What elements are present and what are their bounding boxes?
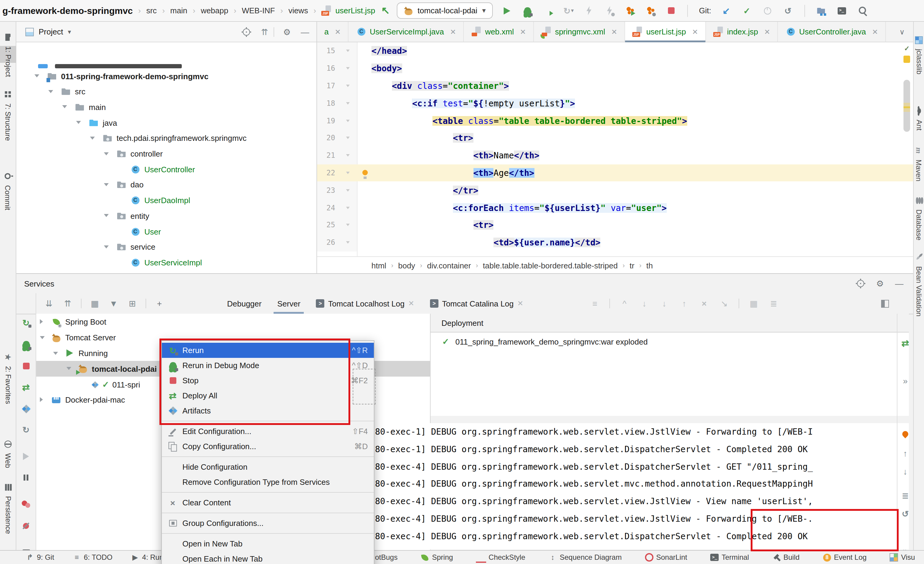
tab-close-icon[interactable]: ✕ <box>520 27 526 36</box>
minus-icon[interactable]: — <box>894 278 904 289</box>
sidebar-item-web[interactable]: Web <box>0 445 16 462</box>
code-line-26[interactable]: 26 <td>${user.name}</td> <box>317 234 913 251</box>
lines-icon[interactable]: ≣ <box>768 298 779 309</box>
project-tree-row[interactable]: java <box>16 115 316 131</box>
breadcrumb-active-file[interactable]: userList.jsp <box>322 5 375 16</box>
tree-chevron-icon[interactable] <box>40 319 43 324</box>
restart-icon[interactable]: ↻ <box>563 5 574 16</box>
debug-icon[interactable] <box>522 5 533 16</box>
tree-chevron-icon[interactable] <box>34 74 39 77</box>
tree-chevron-icon[interactable] <box>40 336 45 339</box>
sidebar-item-jclasslib[interactable]: jclasslib <box>914 49 924 60</box>
refresh-icon[interactable]: ↻ <box>21 424 32 435</box>
services-tab-debugger[interactable]: Debugger <box>227 293 261 314</box>
statusbar-item-build[interactable]: Build <box>772 553 799 562</box>
git-rollback-icon[interactable]: ↺ <box>900 508 911 519</box>
stop-icon[interactable] <box>666 5 677 16</box>
sidebar-item-1-project[interactable]: 1: Project <box>0 46 16 63</box>
tree-chevron-icon[interactable] <box>90 137 95 140</box>
code-line-15[interactable]: 15</head> <box>317 42 913 60</box>
code-line-23[interactable]: 23 </tr> <box>317 182 913 199</box>
bulb-icon[interactable] <box>359 169 370 180</box>
filter-icon[interactable]: ▼ <box>108 298 119 309</box>
tree-chevron-icon[interactable] <box>48 90 53 93</box>
more-icon[interactable]: » <box>900 375 911 386</box>
services-tree-row-spring-boot[interactable]: Spring Boot <box>36 314 430 330</box>
inspection-marker[interactable] <box>903 56 910 63</box>
gear-icon[interactable]: ⚙ <box>874 278 885 289</box>
grid-icon[interactable]: ▦ <box>748 298 759 309</box>
sidebar-item-database[interactable]: Database <box>914 212 924 223</box>
down-icon[interactable]: ↓ <box>639 298 650 309</box>
minus-icon[interactable]: — <box>300 26 310 37</box>
project-tree-row[interactable]: src <box>16 84 316 99</box>
project-view-chevron-icon[interactable]: ▼ <box>67 29 72 35</box>
code-line-19[interactable]: 19 <table class="table table-bordered ta… <box>317 112 913 129</box>
build-settings-icon[interactable] <box>604 5 615 16</box>
project-tree-row[interactable]: entity <box>16 208 316 224</box>
sidebar-item-maven[interactable]: mMaven <box>914 158 924 168</box>
menu-item-remove-configuration-type-from-services[interactable]: Remove Configuration Type from Services <box>162 475 374 490</box>
tree-chevron-icon[interactable] <box>104 183 109 186</box>
tree-chevron-icon[interactable] <box>40 397 43 402</box>
project-tree-row[interactable]: UserDaoImpl <box>16 193 316 208</box>
statusbar-item-spring[interactable]: Spring <box>421 553 453 562</box>
navigate-arrow-icon[interactable]: ↖ <box>381 4 390 17</box>
sidebar-item-persistence[interactable]: Persistence <box>0 499 16 516</box>
code-line-25[interactable]: 25 <tr> <box>317 217 913 234</box>
editor-tab-a[interactable]: a✕ <box>317 22 349 42</box>
artifacts-icon[interactable] <box>21 403 32 414</box>
project-tree-row[interactable]: 011-spring-framework-demo-springmvc <box>16 68 316 84</box>
menu-item-clear-content[interactable]: ×Clear Content <box>162 495 374 510</box>
code-line-18[interactable]: 18 <c:if test="${!empty userList}"> <box>317 95 913 112</box>
menu-item-open-each-in-new-tab[interactable]: Open Each in New Tab <box>162 551 374 564</box>
editor-breadcrumb-item[interactable]: div.container <box>427 261 471 270</box>
rerun-icon[interactable]: ↻ <box>21 317 32 328</box>
tab-close-icon[interactable]: ✕ <box>692 27 698 36</box>
run-configuration-selector[interactable]: tomcat-local-pdai▼ <box>397 2 493 19</box>
deployment-entry[interactable]: ✓ 011_spring_framework_demo_springmvc:wa… <box>430 332 909 347</box>
tree-chevron-icon[interactable] <box>53 352 58 355</box>
locate-icon[interactable] <box>855 278 866 289</box>
profiler-settings-icon[interactable] <box>645 5 656 16</box>
editor-breadcrumb-item[interactable]: html <box>371 261 386 270</box>
sidebar-item-ant[interactable]: Ant <box>914 113 924 123</box>
breadcrumb-item[interactable]: src <box>146 6 157 15</box>
tree-chevron-icon[interactable] <box>104 245 109 248</box>
breadcrumb-item[interactable]: main <box>170 6 187 15</box>
statusbar-item-6-todo[interactable]: ≡6: TODO <box>72 553 112 562</box>
repo-folder-icon[interactable] <box>816 5 826 16</box>
breadcrumb-item[interactable]: g-framework-demo-springmvc <box>2 5 133 16</box>
menu-item-edit-configuration-[interactable]: Edit Configuration...⇧F4 <box>162 424 374 439</box>
sidebar-item-2-favorites[interactable]: ★2: Favorites <box>0 369 16 386</box>
project-tree-row[interactable]: UserController <box>16 161 316 177</box>
statusbar-item-9-git[interactable]: ↱9: Git <box>26 553 54 562</box>
tree-chevron-icon[interactable] <box>76 121 81 124</box>
services-tab-server[interactable]: Server <box>277 293 300 314</box>
clear-icon[interactable]: × <box>699 298 710 309</box>
menu-item-open-in-new-tab[interactable]: Open in New Tab <box>162 536 374 551</box>
mute-icon[interactable] <box>21 520 32 531</box>
soft-menu-icon[interactable]: ≡ <box>590 298 600 309</box>
statusbar-item-checkstyle[interactable]: CheckStyle <box>476 552 525 562</box>
editor-breadcrumb-item[interactable]: th <box>646 261 653 270</box>
down-icon[interactable]: ↓ <box>900 466 911 477</box>
expand-all-icon[interactable]: ⇊ <box>44 298 54 309</box>
down-icon[interactable]: ↓ <box>659 298 670 309</box>
tab-close-icon[interactable]: ✕ <box>872 27 878 36</box>
code-line-16[interactable]: 16<body> <box>317 60 913 77</box>
breadcrumb-item[interactable]: views <box>288 6 308 15</box>
layout-icon[interactable] <box>879 298 890 309</box>
menu-item-hide-configuration[interactable]: Hide Configuration <box>162 459 374 475</box>
tab-close-icon[interactable]: ✕ <box>611 27 617 36</box>
code-line-21[interactable]: 21 <th>Name</th> <box>317 147 913 164</box>
statusbar-item-otbugs[interactable]: otBugs <box>375 553 398 562</box>
project-tree-row[interactable]: main <box>16 99 316 115</box>
tree-chevron-icon[interactable] <box>104 214 109 217</box>
statusbar-item-sequence-diagram[interactable]: ↕Sequence Diagram <box>548 553 622 562</box>
tab-close-icon[interactable]: ✕ <box>408 299 414 308</box>
statusbar-item-visu[interactable]: Visu <box>890 553 915 562</box>
menu-item-group-configurations-[interactable]: Group Configurations... <box>162 516 374 531</box>
sidebar-item-7-structure[interactable]: 7: Structure <box>0 107 16 123</box>
project-tree-row[interactable]: UserServiceImpl <box>16 255 316 271</box>
